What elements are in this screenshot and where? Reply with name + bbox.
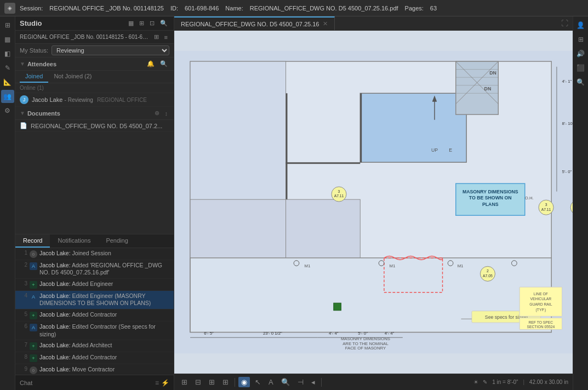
log-text: Jacob Lake: Edited Engineer (MASONRY DIM…	[39, 292, 170, 307]
session-grid-icon[interactable]: ⊞	[152, 32, 161, 42]
document-file-icon: 📄	[20, 122, 27, 129]
attendees-search-icon[interactable]: 🔍	[158, 60, 169, 68]
doc-tabs-expand-icon[interactable]: ⛶	[559, 18, 570, 28]
tab-not-joined[interactable]: Not Joined (2)	[48, 71, 97, 83]
svg-text:5'- 0": 5'- 0"	[358, 331, 368, 336]
svg-text:VEHICULAR: VEHICULAR	[530, 297, 551, 301]
chat-list-icon[interactable]: ≡	[155, 379, 159, 387]
session-name: REGIONAL OFFICE _JOB No. 001148125	[49, 5, 164, 12]
pages-value: 63	[430, 5, 437, 12]
svg-text:REF TO SPEC: REF TO SPEC	[528, 320, 553, 324]
studio-list-icon[interactable]: ⊞	[138, 19, 146, 28]
nav-settings[interactable]: ⚙	[1, 104, 14, 117]
toolbar-markup-icon[interactable]: ◉	[238, 377, 250, 387]
toolbar-pen-icon[interactable]: ✎	[483, 379, 487, 385]
tab-record[interactable]: Record	[15, 234, 50, 248]
svg-text:5'- 0": 5'- 0"	[562, 169, 572, 174]
nav-documents[interactable]: ▦	[1, 33, 14, 46]
svg-text:M1: M1	[458, 263, 464, 268]
toolbar-fit-page-icon[interactable]: ⊟	[192, 377, 204, 387]
documents-sort-icon[interactable]: ↕	[163, 110, 170, 117]
right-rail-search-icon[interactable]: 🔍	[574, 76, 587, 89]
toolbar-rotate-icon[interactable]: ⊞	[220, 377, 231, 387]
studio-grid-icon[interactable]: ▦	[127, 19, 135, 28]
right-rail-profile-icon[interactable]: 👤	[574, 19, 587, 32]
log-text: Jacob Lake: Added Contractor	[39, 311, 170, 319]
main-content: ⊞ ▦ ◧ ✎ 📐 👥 ⚙ Studio ▦ ⊞ ⊡ 🔍 REGIONAL OF…	[0, 16, 588, 390]
attendee-info: Jacob Lake - Reviewing REGIONAL OFFICE	[32, 96, 147, 104]
attendee-item: J Jacob Lake - Reviewing REGIONAL OFFICE	[15, 93, 174, 107]
studio-search-icon[interactable]: 🔍	[158, 19, 169, 28]
nav-studio[interactable]: 👥	[1, 90, 14, 103]
svg-rect-12	[360, 93, 362, 162]
tab-notifications[interactable]: Notifications	[50, 234, 98, 248]
studio-header-icons: ▦ ⊞ ⊡ 🔍	[127, 19, 169, 28]
log-text: Jacob Lake: Added Architect	[39, 342, 170, 349]
svg-text:ARE TO THE NOMINAL: ARE TO THE NOMINAL	[342, 341, 389, 346]
svg-text:4'- 4": 4'- 4"	[329, 331, 339, 336]
attendees-title: Attendees	[27, 61, 143, 67]
bottom-toolbar: ⊞ ⊟ ⊞ ⊞ ◉ ↖ A 🔍 ⊣ ◂ ☀ ✎ 1 in = 8'-0" | 4…	[174, 374, 573, 390]
documents-chevron[interactable]: ▼	[20, 110, 25, 116]
log-number: 5	[19, 311, 27, 317]
doc-tab-active[interactable]: REGIONAL_OFFICE_DWG NO. D5 4500_07.25.16…	[174, 16, 335, 30]
attendee-status: - Reviewing	[65, 97, 93, 103]
tab-joined[interactable]: Joined	[20, 71, 48, 83]
right-rail-view-icon[interactable]: ⬛	[574, 61, 587, 74]
log-number: 2	[19, 262, 27, 268]
svg-text:4'- 4": 4'- 4"	[385, 331, 395, 336]
status-select[interactable]: Reviewing Approved In Progress Pending	[52, 45, 169, 55]
status-label: My Status:	[20, 47, 48, 54]
toolbar-next-icon[interactable]: ◂	[309, 377, 318, 387]
svg-text:TO BE SHOWN ON: TO BE SHOWN ON	[469, 195, 512, 200]
session-menu-icon[interactable]: ≡	[163, 33, 169, 42]
blueprint-canvas[interactable]: MASONRY DIMENSIONS TO BE SHOWN ON PLANS …	[174, 31, 573, 374]
attendees-notify-icon[interactable]: 🔔	[145, 60, 156, 68]
document-item[interactable]: 📄 REGIONAL_OFFICE_DWG NO. D5 4500_07.2..…	[15, 120, 174, 132]
log-action: Move Contractor	[72, 366, 115, 372]
toolbar-prev-icon[interactable]: ⊣	[295, 377, 306, 387]
doc-tab-close-button[interactable]: ✕	[323, 20, 328, 27]
chat-filter-icon[interactable]: ⚡	[161, 379, 169, 387]
toolbar-scale-text: 1 in = 8'-0"	[492, 379, 518, 385]
documents-add-icon[interactable]: ⊕	[153, 109, 161, 117]
log-name: Jacob Lake:	[39, 323, 71, 330]
log-number: 8	[19, 354, 27, 360]
right-area: REGIONAL_OFFICE_DWG NO. D5 4500_07.25.16…	[174, 16, 573, 390]
right-rail-audio-icon[interactable]: 🔊	[574, 47, 587, 60]
nav-annotations[interactable]: ✎	[1, 61, 14, 74]
svg-text:3: 3	[338, 190, 340, 193]
log-type-icon: A	[30, 262, 37, 270]
svg-text:SECTION 05524: SECTION 05524	[527, 325, 555, 329]
log-number: 4	[19, 292, 27, 299]
toolbar-zoom-icon[interactable]: 🔍	[278, 377, 293, 387]
nav-home[interactable]: ⊞	[1, 19, 14, 32]
toolbar-fit-width-icon[interactable]: ⊞	[206, 377, 218, 387]
svg-text:LINE OF: LINE OF	[534, 292, 548, 296]
svg-text:M1: M1	[304, 263, 310, 268]
pages-label: Pages:	[405, 5, 424, 12]
status-bar: My Status: Reviewing Approved In Progres…	[15, 44, 174, 58]
toolbar-text-icon[interactable]: A	[266, 377, 276, 387]
documents-section-header: ▼ Documents ⊕ ↕	[15, 107, 174, 120]
log-name: Jacob Lake:	[39, 292, 71, 299]
tab-pending[interactable]: Pending	[98, 234, 135, 248]
left-icon-rail: ⊞ ▦ ◧ ✎ 📐 👥 ⚙	[0, 16, 15, 390]
log-name: Jacob Lake:	[39, 262, 71, 268]
studio-expand-icon[interactable]: ⊡	[148, 19, 156, 28]
log-text: Jacob Lake: Added Engineer	[39, 280, 170, 288]
log-item: 5 + Jacob Lake: Added Contractor	[15, 309, 174, 322]
nav-measure[interactable]: 📐	[1, 76, 14, 89]
toolbar-select-icon[interactable]: ↖	[252, 377, 264, 387]
toolbar-sun-icon[interactable]: ☀	[473, 379, 478, 385]
nav-layers[interactable]: ◧	[1, 47, 14, 60]
name-label: Name:	[225, 5, 243, 12]
log-name: Jacob Lake:	[39, 366, 71, 372]
log-name: Jacob Lake:	[39, 280, 71, 287]
toolbar-pages-icon[interactable]: ⊞	[179, 377, 190, 387]
attendees-chevron[interactable]: ▼	[20, 61, 25, 67]
chat-input[interactable]	[36, 380, 152, 386]
log-name: Jacob Lake:	[39, 250, 71, 256]
right-rail-grid-icon[interactable]: ⊞	[574, 33, 587, 46]
log-item: 8 + Jacob Lake: Added Contractor	[15, 352, 174, 364]
